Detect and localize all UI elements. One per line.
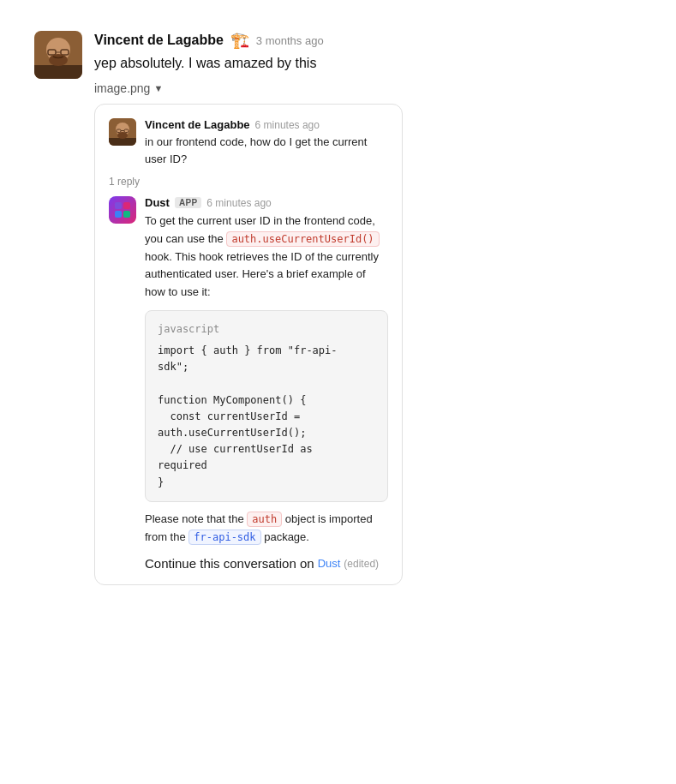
dust-note-before: Please note that the <box>145 512 244 525</box>
chevron-down-icon: ▼ <box>153 83 163 93</box>
svg-point-14 <box>117 132 128 139</box>
continue-dust-link[interactable]: Dust <box>318 557 341 570</box>
inner-question-content: Vincent de Lagabbe 6 minutes ago in our … <box>145 118 388 167</box>
dust-reply-time: 6 minutes ago <box>206 197 271 209</box>
svg-point-7 <box>49 54 68 66</box>
outer-time: 3 months ago <box>256 34 324 47</box>
svg-rect-10 <box>109 138 136 146</box>
dust-author-name: Dust <box>145 196 170 209</box>
dust-reply-content: Dust APP 6 minutes ago To get the curren… <box>145 196 388 571</box>
dust-logo-cell-3 <box>115 211 122 218</box>
inner-avatar <box>109 118 136 146</box>
reply-count: 1 reply <box>109 176 388 188</box>
app-badge: APP <box>175 197 201 208</box>
dust-avatar <box>109 196 136 224</box>
outer-text: yep absolutely. I was amazed by this <box>94 53 642 74</box>
outer-content: Vincent de Lagabbe 🏗️ 3 months ago yep a… <box>94 31 642 585</box>
dust-note-text: Please note that the auth object is impo… <box>145 511 388 547</box>
continue-text: Continue this conversation on <box>145 556 314 571</box>
inner-question-author: Vincent de Lagabbe <box>145 118 250 131</box>
attachment-label[interactable]: image.png ▼ <box>94 81 163 95</box>
outer-message: Vincent de Lagabbe 🏗️ 3 months ago yep a… <box>0 17 676 599</box>
continue-line: Continue this conversation on Dust (edit… <box>145 556 388 571</box>
inline-code-useCurrentUserId: auth.useCurrentUserId() <box>226 231 379 247</box>
dust-reply-message: Dust APP 6 minutes ago To get the curren… <box>109 196 388 571</box>
svg-rect-3 <box>34 65 82 79</box>
inner-question-header: Vincent de Lagabbe 6 minutes ago <box>145 118 388 131</box>
dust-text-after-code: hook. This hook retrieves the ID of the … <box>145 250 379 299</box>
dust-reply-text: To get the current user ID in the fronte… <box>145 212 388 546</box>
inner-question-message: Vincent de Lagabbe 6 minutes ago in our … <box>109 118 388 167</box>
dust-reply-header: Dust APP 6 minutes ago <box>145 196 388 209</box>
dust-logo-cell-4 <box>123 211 130 218</box>
dust-logo <box>115 202 130 218</box>
code-block: javascriptimport { auth } from "fr-api- … <box>145 310 388 502</box>
dust-note-package: package. <box>264 530 309 543</box>
outer-header: Vincent de Lagabbe 🏗️ 3 months ago <box>94 31 642 50</box>
code-lang: javascript <box>158 321 375 338</box>
inline-code-auth: auth <box>247 512 282 527</box>
dust-logo-cell-1 <box>115 202 122 209</box>
inline-code-sdk: fr-api-sdk <box>188 530 260 545</box>
inner-card: Vincent de Lagabbe 6 minutes ago in our … <box>94 104 403 585</box>
attachment-name: image.png <box>94 81 150 95</box>
inner-question-time: 6 minutes ago <box>255 119 320 131</box>
avatar <box>34 31 82 79</box>
author-emoji: 🏗️ <box>230 31 249 50</box>
dust-logo-cell-2 <box>123 202 130 209</box>
outer-author-name: Vincent de Lagabbe <box>94 33 224 48</box>
inner-question-text: in our frontend code, how do I get the c… <box>145 134 388 167</box>
edited-label: (edited) <box>344 558 379 570</box>
